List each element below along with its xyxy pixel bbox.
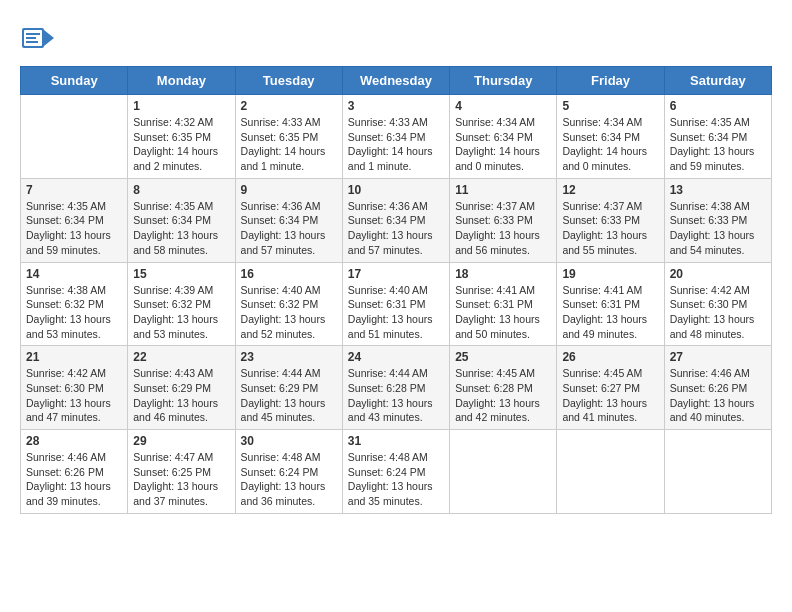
cell-content: Sunrise: 4:35 AMSunset: 6:34 PMDaylight:… [670,115,766,174]
day-number: 19 [562,267,658,281]
calendar-cell: 20Sunrise: 4:42 AMSunset: 6:30 PMDayligh… [664,262,771,346]
cell-content: Sunrise: 4:37 AMSunset: 6:33 PMDaylight:… [455,199,551,258]
cell-content: Sunrise: 4:44 AMSunset: 6:29 PMDaylight:… [241,366,337,425]
cell-content: Sunrise: 4:43 AMSunset: 6:29 PMDaylight:… [133,366,229,425]
calendar-cell: 19Sunrise: 4:41 AMSunset: 6:31 PMDayligh… [557,262,664,346]
day-number: 15 [133,267,229,281]
calendar-cell: 4Sunrise: 4:34 AMSunset: 6:34 PMDaylight… [450,95,557,179]
cell-content: Sunrise: 4:37 AMSunset: 6:33 PMDaylight:… [562,199,658,258]
calendar-cell: 31Sunrise: 4:48 AMSunset: 6:24 PMDayligh… [342,430,449,514]
day-header-tuesday: Tuesday [235,67,342,95]
day-number: 17 [348,267,444,281]
calendar-cell: 25Sunrise: 4:45 AMSunset: 6:28 PMDayligh… [450,346,557,430]
day-number: 12 [562,183,658,197]
cell-content: Sunrise: 4:35 AMSunset: 6:34 PMDaylight:… [26,199,122,258]
day-number: 21 [26,350,122,364]
calendar-cell: 29Sunrise: 4:47 AMSunset: 6:25 PMDayligh… [128,430,235,514]
svg-marker-1 [44,30,54,46]
calendar-cell: 3Sunrise: 4:33 AMSunset: 6:34 PMDaylight… [342,95,449,179]
cell-content: Sunrise: 4:48 AMSunset: 6:24 PMDaylight:… [241,450,337,509]
day-header-thursday: Thursday [450,67,557,95]
day-number: 3 [348,99,444,113]
day-header-saturday: Saturday [664,67,771,95]
calendar-cell: 15Sunrise: 4:39 AMSunset: 6:32 PMDayligh… [128,262,235,346]
calendar-cell: 21Sunrise: 4:42 AMSunset: 6:30 PMDayligh… [21,346,128,430]
calendar-cell: 16Sunrise: 4:40 AMSunset: 6:32 PMDayligh… [235,262,342,346]
day-number: 9 [241,183,337,197]
calendar-cell: 22Sunrise: 4:43 AMSunset: 6:29 PMDayligh… [128,346,235,430]
day-header-monday: Monday [128,67,235,95]
day-number: 14 [26,267,122,281]
day-header-sunday: Sunday [21,67,128,95]
cell-content: Sunrise: 4:41 AMSunset: 6:31 PMDaylight:… [562,283,658,342]
calendar-cell: 24Sunrise: 4:44 AMSunset: 6:28 PMDayligh… [342,346,449,430]
day-number: 20 [670,267,766,281]
cell-content: Sunrise: 4:48 AMSunset: 6:24 PMDaylight:… [348,450,444,509]
calendar-cell: 6Sunrise: 4:35 AMSunset: 6:34 PMDaylight… [664,95,771,179]
day-number: 26 [562,350,658,364]
cell-content: Sunrise: 4:36 AMSunset: 6:34 PMDaylight:… [241,199,337,258]
cell-content: Sunrise: 4:40 AMSunset: 6:31 PMDaylight:… [348,283,444,342]
day-number: 30 [241,434,337,448]
cell-content: Sunrise: 4:47 AMSunset: 6:25 PMDaylight:… [133,450,229,509]
calendar-cell: 9Sunrise: 4:36 AMSunset: 6:34 PMDaylight… [235,178,342,262]
day-number: 10 [348,183,444,197]
day-number: 25 [455,350,551,364]
day-number: 6 [670,99,766,113]
calendar-cell [450,430,557,514]
logo [20,20,62,56]
calendar-week-5: 28Sunrise: 4:46 AMSunset: 6:26 PMDayligh… [21,430,772,514]
cell-content: Sunrise: 4:38 AMSunset: 6:33 PMDaylight:… [670,199,766,258]
cell-content: Sunrise: 4:35 AMSunset: 6:34 PMDaylight:… [133,199,229,258]
calendar-cell: 1Sunrise: 4:32 AMSunset: 6:35 PMDaylight… [128,95,235,179]
svg-rect-5 [26,41,38,43]
cell-content: Sunrise: 4:45 AMSunset: 6:28 PMDaylight:… [455,366,551,425]
cell-content: Sunrise: 4:33 AMSunset: 6:34 PMDaylight:… [348,115,444,174]
cell-content: Sunrise: 4:34 AMSunset: 6:34 PMDaylight:… [455,115,551,174]
calendar-cell: 28Sunrise: 4:46 AMSunset: 6:26 PMDayligh… [21,430,128,514]
day-number: 31 [348,434,444,448]
cell-content: Sunrise: 4:40 AMSunset: 6:32 PMDaylight:… [241,283,337,342]
day-header-wednesday: Wednesday [342,67,449,95]
calendar-week-1: 1Sunrise: 4:32 AMSunset: 6:35 PMDaylight… [21,95,772,179]
calendar-cell: 17Sunrise: 4:40 AMSunset: 6:31 PMDayligh… [342,262,449,346]
day-number: 22 [133,350,229,364]
calendar-cell: 2Sunrise: 4:33 AMSunset: 6:35 PMDaylight… [235,95,342,179]
day-number: 11 [455,183,551,197]
cell-content: Sunrise: 4:32 AMSunset: 6:35 PMDaylight:… [133,115,229,174]
day-number: 2 [241,99,337,113]
day-number: 23 [241,350,337,364]
calendar-table: SundayMondayTuesdayWednesdayThursdayFrid… [20,66,772,514]
calendar-cell: 10Sunrise: 4:36 AMSunset: 6:34 PMDayligh… [342,178,449,262]
cell-content: Sunrise: 4:44 AMSunset: 6:28 PMDaylight:… [348,366,444,425]
calendar-cell: 5Sunrise: 4:34 AMSunset: 6:34 PMDaylight… [557,95,664,179]
calendar-cell: 11Sunrise: 4:37 AMSunset: 6:33 PMDayligh… [450,178,557,262]
calendar-cell: 14Sunrise: 4:38 AMSunset: 6:32 PMDayligh… [21,262,128,346]
cell-content: Sunrise: 4:46 AMSunset: 6:26 PMDaylight:… [670,366,766,425]
calendar-cell: 13Sunrise: 4:38 AMSunset: 6:33 PMDayligh… [664,178,771,262]
cell-content: Sunrise: 4:34 AMSunset: 6:34 PMDaylight:… [562,115,658,174]
day-number: 29 [133,434,229,448]
calendar-cell: 7Sunrise: 4:35 AMSunset: 6:34 PMDaylight… [21,178,128,262]
calendar-cell [557,430,664,514]
calendar-week-4: 21Sunrise: 4:42 AMSunset: 6:30 PMDayligh… [21,346,772,430]
cell-content: Sunrise: 4:42 AMSunset: 6:30 PMDaylight:… [26,366,122,425]
cell-content: Sunrise: 4:45 AMSunset: 6:27 PMDaylight:… [562,366,658,425]
calendar-cell [664,430,771,514]
day-number: 7 [26,183,122,197]
cell-content: Sunrise: 4:36 AMSunset: 6:34 PMDaylight:… [348,199,444,258]
calendar-header-row: SundayMondayTuesdayWednesdayThursdayFrid… [21,67,772,95]
svg-rect-4 [26,37,36,39]
calendar-cell: 23Sunrise: 4:44 AMSunset: 6:29 PMDayligh… [235,346,342,430]
day-number: 8 [133,183,229,197]
day-number: 27 [670,350,766,364]
day-number: 1 [133,99,229,113]
day-number: 24 [348,350,444,364]
cell-content: Sunrise: 4:33 AMSunset: 6:35 PMDaylight:… [241,115,337,174]
day-number: 18 [455,267,551,281]
day-number: 5 [562,99,658,113]
logo-icon [20,20,56,56]
page-header [20,20,772,56]
day-header-friday: Friday [557,67,664,95]
svg-rect-3 [26,33,40,35]
